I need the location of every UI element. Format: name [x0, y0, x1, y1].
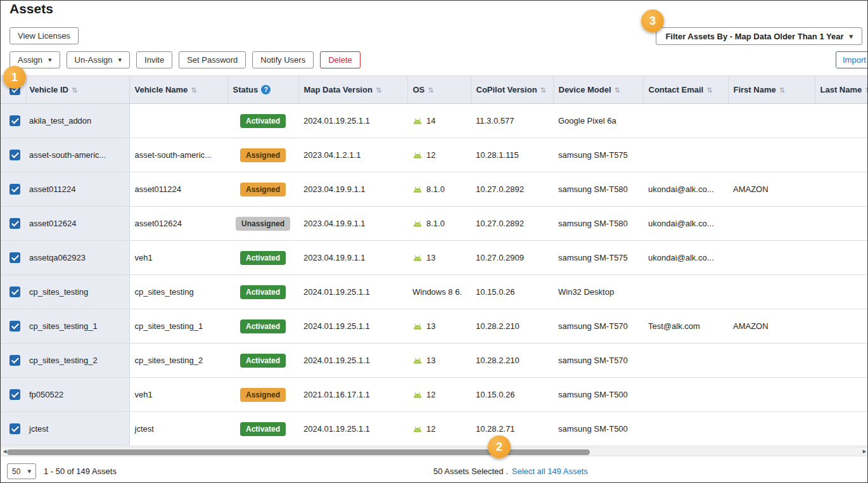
last-name-cell: [815, 104, 868, 138]
sort-icon[interactable]: [540, 85, 546, 94]
status-badge: Activated: [240, 422, 286, 436]
row-checkbox[interactable]: [10, 150, 20, 160]
invite-button[interactable]: Invite: [136, 51, 172, 68]
last-name-cell: [815, 344, 868, 378]
delete-button[interactable]: Delete: [320, 51, 361, 68]
android-icon: [412, 425, 423, 433]
column-header-device-model[interactable]: Device Model: [559, 85, 611, 94]
device-model-cell: samsung SM-T580: [553, 172, 643, 207]
android-icon: [412, 186, 423, 193]
import-button[interactable]: Import: [836, 51, 868, 68]
status-badge: Assigned: [240, 148, 286, 162]
copilot-version-cell: 10.28.2.71: [471, 412, 553, 446]
contact-email-cell: [643, 104, 728, 138]
row-checkbox[interactable]: [10, 287, 20, 297]
vehicle-id-cell: fp050522: [26, 378, 129, 412]
copilot-version-cell: 10.27.0.2892: [471, 172, 553, 207]
horizontal-scrollbar[interactable]: [1, 447, 868, 456]
unassign-button[interactable]: Un-Assign: [67, 51, 131, 68]
sort-icon[interactable]: [191, 85, 196, 94]
sort-icon[interactable]: [615, 85, 620, 94]
status-badge: Activated: [240, 354, 286, 368]
column-header-contact-email[interactable]: Contact Email: [649, 85, 704, 94]
map-data-version-cell: 2024.01.19.25.1.1: [298, 309, 407, 344]
table-row: cp_sites_testing_2 cp_sites_testing_2 Ac…: [1, 344, 868, 378]
status-badge: Unassigned: [236, 217, 290, 231]
table-header-row: Vehicle ID Vehicle Name Status Map Data …: [1, 76, 868, 104]
map-data-version-cell: 2023.04.19.9.1.1: [298, 172, 407, 207]
row-checkbox[interactable]: [10, 252, 20, 263]
column-header-vehicle-id[interactable]: Vehicle ID: [30, 85, 68, 94]
row-checkbox[interactable]: [10, 423, 20, 434]
row-checkbox[interactable]: [10, 218, 20, 229]
vehicle-name-cell: asset011224: [129, 172, 227, 207]
view-licenses-button[interactable]: View Licenses: [10, 27, 79, 44]
page-size-select[interactable]: 50: [7, 463, 36, 479]
pagination-range-text: 1 - 50 of 149 Assets: [44, 467, 117, 476]
device-model-cell: samsung SM-T580: [553, 207, 643, 241]
device-model-cell: samsung SM-T500: [553, 412, 643, 446]
os-version: 13: [426, 356, 435, 365]
sort-icon[interactable]: [428, 85, 433, 94]
row-checkbox[interactable]: [10, 355, 20, 366]
first-name-cell: [728, 344, 815, 378]
column-header-first-name[interactable]: First Name: [734, 85, 776, 94]
vehicle-id-cell: cp_sites_testing_2: [26, 344, 129, 378]
row-checkbox[interactable]: [10, 321, 20, 332]
vehicle-name-cell: cp_sites_testing_2: [129, 344, 227, 378]
column-header-map-data-version[interactable]: Map Data Version: [304, 85, 373, 94]
actions-toolbar: Assign Un-Assign Invite Set Password Not…: [10, 51, 361, 68]
copilot-version-cell: 10.27.0.2909: [471, 241, 553, 275]
page-title: Assets: [10, 1, 53, 16]
first-name-cell: [728, 138, 815, 172]
last-name-cell: [815, 241, 868, 275]
select-all-link[interactable]: Select all 149 Assets: [512, 467, 588, 476]
device-model-cell: samsung SM-T570: [553, 309, 643, 344]
last-name-cell: [815, 207, 868, 241]
last-name-cell: [815, 172, 868, 207]
copilot-version-cell: 10.28.1.115: [471, 138, 553, 172]
map-data-version-cell: 2023.04.19.9.1.1: [298, 241, 407, 275]
table-row: cp_sites_testing cp_sites_testing Activa…: [1, 275, 868, 309]
android-icon: [412, 323, 423, 330]
sort-icon[interactable]: [706, 85, 712, 94]
filter-assets-dropdown[interactable]: Filter Assets By - Map Data Older Than 1…: [656, 27, 862, 45]
selection-summary: 50 Assets Selected . Select all 149 Asse…: [433, 467, 588, 476]
set-password-button[interactable]: Set Password: [179, 51, 246, 68]
vehicle-name-cell: [129, 104, 227, 138]
column-header-status[interactable]: Status: [233, 85, 258, 94]
table-row: asset-south-americ... asset-south-americ…: [1, 138, 868, 172]
status-badge: Assigned: [240, 388, 286, 402]
status-badge: Activated: [240, 251, 286, 265]
contact-email-cell: [643, 138, 728, 172]
contact-email-cell: ukondai@alk.co...: [643, 172, 728, 207]
notify-users-button[interactable]: Notify Users: [252, 51, 314, 68]
os-version: 14: [426, 116, 435, 126]
sort-icon[interactable]: [779, 85, 785, 94]
map-data-version-cell: 2023.04.1.2.1.1: [298, 138, 407, 172]
callout-step-1: 1: [3, 66, 26, 89]
table-row: fp050522 veh1 Assigned 2021.01.16.17.1.1…: [1, 378, 868, 412]
map-data-version-cell: 2024.01.19.25.1.1: [298, 344, 407, 378]
contact-email-cell: ukondai@alk.co...: [643, 241, 728, 275]
vehicle-name-cell: veh1: [129, 378, 227, 412]
row-checkbox[interactable]: [10, 184, 20, 195]
column-header-os[interactable]: OS: [413, 85, 425, 94]
sort-icon[interactable]: [865, 85, 868, 94]
column-header-vehicle-name[interactable]: Vehicle Name: [135, 85, 188, 94]
status-badge: Activated: [240, 285, 286, 299]
scroll-right-icon[interactable]: [862, 448, 867, 454]
android-icon: [412, 357, 423, 364]
last-name-cell: [815, 275, 868, 309]
sort-icon[interactable]: [376, 85, 381, 94]
sort-icon[interactable]: [72, 85, 77, 94]
row-checkbox[interactable]: [10, 389, 20, 400]
table-row: asset012624 asset012624 Unassigned 2023.…: [1, 207, 868, 241]
status-help-icon[interactable]: [261, 85, 271, 94]
os-version: 12: [426, 150, 435, 160]
vehicle-id-cell: akila_test_addon: [26, 104, 129, 138]
column-header-copilot-version[interactable]: CoPilot Version: [476, 85, 537, 94]
vehicle-name-cell: cp_sites_testing: [129, 275, 227, 309]
row-checkbox[interactable]: [10, 115, 20, 126]
column-header-last-name[interactable]: Last Name: [820, 85, 862, 94]
